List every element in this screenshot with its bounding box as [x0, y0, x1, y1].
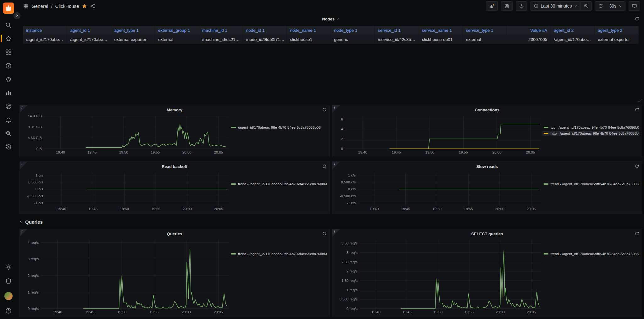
column-header[interactable]: agent_type 2: [595, 26, 639, 35]
svg-text:19:50: 19:50: [119, 150, 128, 154]
panel-title[interactable]: Slow reads: [476, 164, 498, 169]
column-header[interactable]: node_id 1: [243, 26, 287, 35]
svg-text:4.66 GiB: 4.66 GiB: [28, 136, 42, 140]
column-header[interactable]: external_group 1: [155, 26, 199, 35]
zoom-out-time-button[interactable]: [580, 1, 592, 11]
panel-nodes: Nodes instanceagent_id 1agent_type 1exte…: [19, 14, 642, 103]
add-panel-icon: [489, 3, 495, 9]
bar-chart-icon: [5, 89, 12, 96]
legend-item[interactable]: tcp - /agent_id/170abeac-9ffe-4b70-84ee-…: [542, 125, 639, 130]
panel-resize-handle[interactable]: [637, 99, 642, 102]
sidebar-item-server-admin[interactable]: [4, 277, 13, 285]
favorite-star-icon[interactable]: [82, 3, 87, 9]
column-header[interactable]: agent_id 2: [551, 26, 595, 35]
column-header[interactable]: machine_id 1: [199, 26, 243, 35]
panel-refresh-icon[interactable]: [322, 107, 327, 112]
svg-text:0 c/s: 0 c/s: [348, 187, 356, 191]
panel-refresh-icon[interactable]: [322, 164, 327, 169]
svg-text:19:45: 19:45: [402, 310, 412, 314]
dashboard-settings-button[interactable]: [516, 1, 527, 11]
memory-chart[interactable]: 19:4019:4519:5019:5520:0020:050 B4.66 Gi…: [22, 115, 230, 156]
sidebar-item-postgresql[interactable]: [0, 76, 17, 83]
sidebar-item-configuration[interactable]: [4, 263, 13, 271]
svg-text:20:05: 20:05: [527, 310, 536, 314]
column-header[interactable]: service_type 1: [463, 26, 507, 35]
column-header[interactable]: service_name 1: [419, 26, 463, 35]
svg-text:20:05: 20:05: [214, 207, 223, 211]
add-panel-button[interactable]: [486, 1, 498, 11]
svg-text:20:00: 20:00: [182, 150, 192, 154]
legend-item[interactable]: http - /agent_id/170abeac-9ffe-4b70-84ee…: [542, 131, 639, 136]
panel-select-queries: i SELECT queries 19:4019:4519:5019:5520:…: [332, 229, 642, 317]
panel-refresh-icon[interactable]: [635, 164, 639, 169]
legend-item[interactable]: trend - /agent_id/170abeac-9ffe-4b70-84e…: [230, 182, 327, 186]
sidebar-item-query-analytics[interactable]: [0, 130, 17, 137]
save-dashboard-button[interactable]: [501, 1, 513, 11]
sidebar-item-profile[interactable]: [4, 292, 13, 300]
nodes-panel-title-menu[interactable]: Nodes: [322, 17, 340, 21]
sidebar-item-explore[interactable]: [0, 103, 17, 110]
read-backoff-chart[interactable]: 19:4019:4519:5019:5520:0020:05-1 c/s-0.5…: [22, 171, 230, 212]
refresh-interval-dropdown[interactable]: 30s: [606, 1, 625, 11]
chart-svg: 19:4019:4519:5019:5520:0020:050 req/s1 r…: [22, 238, 230, 316]
svg-text:-0.500 c/s: -0.500 c/s: [340, 194, 356, 198]
svg-text:19:40: 19:40: [370, 207, 379, 211]
panel-refresh-icon[interactable]: [635, 107, 639, 112]
shield-icon: [5, 278, 12, 285]
breadcrumb-folder[interactable]: General: [31, 3, 48, 9]
legend-item[interactable]: trend - /agent_id/170abeac-9ffe-4b70-84e…: [542, 182, 639, 186]
svg-text:0 c/s: 0 c/s: [36, 187, 43, 191]
grafana-logo[interactable]: [3, 3, 14, 14]
table-cell: external-exporter: [595, 35, 639, 44]
queries-chart[interactable]: 19:4019:4519:5019:5520:0020:050 req/s1 r…: [22, 238, 230, 316]
panel-refresh-icon[interactable]: [635, 16, 639, 21]
sidebar-item-alerting[interactable]: [0, 116, 17, 124]
sidebar-expand-button[interactable]: [14, 12, 20, 19]
svg-text:2 req/s: 2 req/s: [28, 274, 39, 277]
svg-text:4: 4: [341, 127, 343, 131]
column-header[interactable]: agent_id 1: [67, 26, 111, 35]
panel-title[interactable]: SELECT queries: [471, 232, 503, 236]
column-header[interactable]: agent_type 1: [111, 26, 155, 35]
column-header[interactable]: node_name 1: [287, 26, 331, 35]
share-icon[interactable]: [90, 3, 95, 9]
sidebar-item-system-dashboards[interactable]: [0, 62, 17, 70]
refresh-dashboard-button[interactable]: [595, 1, 606, 11]
history-clock-icon: [5, 143, 12, 150]
svg-text:20:05: 20:05: [214, 150, 223, 154]
slow-reads-chart[interactable]: 19:4019:4519:5019:5520:0020:05-1 c/s-0.5…: [335, 171, 542, 212]
sidebar-item-metrics[interactable]: [0, 89, 17, 97]
column-header[interactable]: Value #A: [507, 26, 551, 35]
column-header[interactable]: instance: [23, 26, 67, 35]
legend-item[interactable]: trend - /agent_id/170abeac-9ffe-4b70-84e…: [542, 252, 639, 256]
time-range-picker[interactable]: Last 30 minutes: [530, 1, 581, 11]
breadcrumb-dashboard[interactable]: ClickHouse: [55, 3, 79, 9]
svg-text:0.500 req/s: 0.500 req/s: [339, 297, 358, 301]
sidebar-item-search[interactable]: [0, 21, 17, 29]
panel-title[interactable]: Memory: [167, 108, 182, 112]
section-header-queries[interactable]: Queries: [19, 218, 43, 225]
panel-refresh-icon[interactable]: [635, 231, 639, 236]
sidebar-item-help[interactable]: [4, 307, 13, 315]
svg-text:1 c/s: 1 c/s: [36, 173, 43, 177]
select-queries-chart[interactable]: 19:4019:4519:5019:5520:0020:050 req/s0.5…: [335, 238, 542, 316]
sidebar-item-dashboards[interactable]: [0, 48, 17, 56]
panel-connections: i Connections 19:4019:4519:5019:5520:002…: [332, 105, 642, 157]
column-header[interactable]: node_type 1: [331, 26, 375, 35]
svg-text:19:50: 19:50: [120, 207, 129, 211]
panel-title[interactable]: Read backoff: [162, 164, 187, 169]
column-header[interactable]: service_id 1: [375, 26, 419, 35]
panel-title[interactable]: Connections: [475, 108, 500, 112]
sidebar-item-history[interactable]: [0, 143, 17, 151]
legend-item[interactable]: trend - /agent_id/170abeac-9ffe-4b70-84e…: [230, 252, 327, 256]
legend-item[interactable]: /agent_id/170abeac-9ffe-4b70-84ee-5c8a76…: [230, 125, 322, 130]
tv-mode-button[interactable]: [629, 1, 640, 11]
svg-text:20:00: 20:00: [495, 207, 504, 211]
connections-chart[interactable]: 19:4019:4519:5019:5520:0020:050246: [335, 115, 542, 156]
table-cell: /service_id/42c35…: [375, 35, 419, 44]
legend-label: trend - /agent_id/170abeac-9ffe-4b70-84e…: [551, 182, 639, 186]
legend-label: http - /agent_id/170abeac-9ffe-4b70-84ee…: [551, 132, 639, 135]
panel-refresh-icon[interactable]: [322, 231, 327, 236]
panel-title[interactable]: Queries: [167, 232, 182, 236]
sidebar-item-starred[interactable]: [0, 35, 17, 42]
